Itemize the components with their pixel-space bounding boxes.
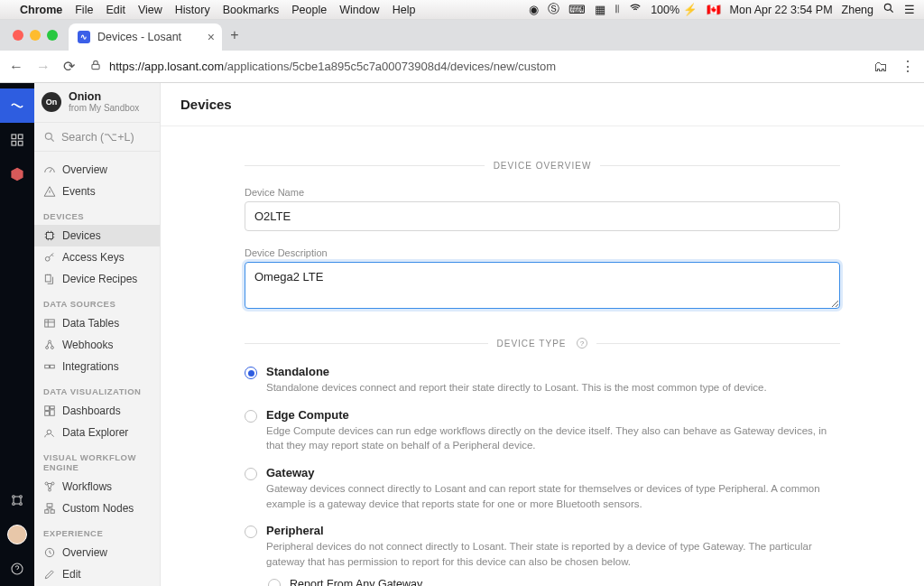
menubar-file[interactable]: File	[75, 4, 93, 16]
sidebar-item-events[interactable]: Events	[34, 181, 160, 202]
radio-title: Gateway	[266, 466, 840, 479]
sidebar-item-custom-nodes[interactable]: Custom Nodes	[34, 498, 160, 519]
sidebar-search[interactable]: Search (⌥+L)	[34, 123, 160, 152]
menubar-app-name[interactable]: Chrome	[20, 4, 62, 16]
radio-icon[interactable]	[268, 579, 281, 586]
peripheral-any-gateway[interactable]: Report From Any Gateway	[268, 577, 840, 586]
menubar-bookmarks[interactable]: Bookmarks	[223, 4, 280, 16]
sidebar-item-data-explorer[interactable]: Data Explorer	[34, 422, 160, 443]
svg-rect-30	[45, 510, 49, 514]
status-datetime[interactable]: Mon Apr 22 3:54 PM	[730, 4, 833, 16]
browser-tab[interactable]: ∿ Devices - Losant ×	[69, 23, 222, 51]
status-play-icon[interactable]: ◉	[529, 3, 539, 16]
rail-logo[interactable]	[0, 88, 34, 123]
rail-avatar[interactable]	[0, 517, 34, 552]
section-datasources-label: DATA SOURCES	[34, 290, 160, 312]
tab-close-icon[interactable]: ×	[208, 30, 215, 44]
sidebar-item-exp-edit[interactable]: Edit	[34, 563, 160, 585]
status-skype-icon[interactable]: Ⓢ	[548, 2, 559, 17]
sidebar-item-devices[interactable]: Devices	[34, 225, 160, 246]
sidebar-item-webhooks[interactable]: Webhooks	[34, 334, 160, 356]
notification-center-icon[interactable]: ☰	[904, 3, 915, 16]
chrome-menu-icon[interactable]: ⋮	[901, 58, 915, 75]
status-bars-icon[interactable]: ⫴	[614, 3, 620, 16]
menubar-history[interactable]: History	[175, 4, 210, 16]
sidebar-item-label: Custom Nodes	[62, 502, 134, 515]
nav-reload-icon[interactable]: ⟳	[63, 58, 75, 75]
section-label: DEVICE OVERVIEW	[494, 161, 592, 171]
sidebar-item-label: Events	[62, 185, 96, 198]
device-name-input[interactable]	[245, 201, 840, 231]
type-edge[interactable]: Edge Compute Edge Compute devices can ru…	[245, 408, 840, 453]
svg-rect-12	[47, 233, 53, 239]
org-switcher[interactable]: On Onion from My Sandbox	[34, 83, 160, 123]
rail-cube-icon[interactable]	[0, 157, 34, 191]
status-battery[interactable]: 100% ⚡	[651, 3, 697, 16]
sidebar-item-device-recipes[interactable]: Device Recipes	[34, 268, 160, 290]
radio-icon[interactable]	[245, 410, 257, 423]
window-close-icon[interactable]	[13, 30, 23, 41]
new-tab-button[interactable]: +	[222, 27, 247, 43]
spotlight-icon[interactable]	[882, 2, 895, 17]
sidebar-item-workflows[interactable]: Workflows	[34, 476, 160, 498]
address-url: https://app.losant.com/applications/5cbe…	[109, 60, 556, 73]
radio-icon[interactable]	[245, 367, 257, 379]
sidebar-item-label: Integrations	[62, 360, 119, 373]
section-label: DEVICE TYPE	[497, 339, 567, 349]
menubar-window[interactable]: Window	[339, 4, 379, 16]
window-minimize-icon[interactable]	[30, 30, 41, 41]
sidebar-item-label: Overview	[62, 163, 107, 176]
org-subtitle: from My Sandbox	[69, 103, 139, 113]
svg-point-6	[13, 496, 15, 498]
window-controls[interactable]	[7, 30, 63, 41]
extension-icon[interactable]: 🗂	[873, 59, 888, 75]
radio-desc: Peripheral devices do not connect direct…	[266, 539, 840, 569]
type-peripheral[interactable]: Peripheral Peripheral devices do not con…	[245, 524, 840, 569]
sidebar-item-data-tables[interactable]: Data Tables	[34, 312, 160, 334]
sidebar-item-overview[interactable]: Overview	[34, 159, 160, 181]
main-pane: Devices DEVICE OVERVIEW Device Name Devi…	[161, 83, 924, 586]
radio-icon[interactable]	[245, 526, 257, 538]
sidebar-item-exp-overview[interactable]: Overview	[34, 542, 160, 563]
sidebar-item-label: Edit	[62, 568, 81, 581]
status-grid-icon[interactable]: ▦	[595, 3, 605, 16]
nav-back-icon[interactable]: ←	[9, 59, 23, 75]
side-panel: On Onion from My Sandbox Search (⌥+L) Ov…	[34, 83, 161, 586]
sidebar-item-dashboards[interactable]: Dashboards	[34, 400, 160, 422]
type-standalone[interactable]: Standalone Standalone devices connect an…	[245, 365, 840, 395]
svg-point-8	[13, 503, 15, 506]
svg-rect-21	[45, 406, 50, 411]
mac-menubar: Chrome File Edit View History Bookmarks …	[0, 0, 924, 20]
status-user[interactable]: Zheng	[842, 4, 873, 16]
window-maximize-icon[interactable]	[47, 30, 58, 41]
help-icon[interactable]: ?	[577, 338, 587, 349]
rail-graph-icon[interactable]	[0, 483, 34, 517]
menubar-view[interactable]: View	[138, 4, 162, 16]
recipe-icon	[43, 273, 56, 285]
dashboard-icon	[43, 405, 56, 417]
menubar-edit[interactable]: Edit	[106, 4, 125, 16]
type-gateway[interactable]: Gateway Gateway devices connect directly…	[245, 466, 840, 511]
sidebar-item-integrations[interactable]: Integrations	[34, 356, 160, 377]
rail-help-icon[interactable]	[0, 552, 34, 586]
address-bar[interactable]: https://app.losant.com/applications/5cbe…	[84, 59, 864, 74]
app-root: On Onion from My Sandbox Search (⌥+L) Ov…	[0, 83, 924, 586]
device-desc-input[interactable]	[245, 262, 840, 309]
section-dataviz-label: DATA VISUALIZATION	[34, 377, 160, 400]
svg-rect-15	[45, 320, 55, 327]
status-wifi-icon[interactable]	[629, 2, 642, 17]
radio-icon[interactable]	[245, 468, 257, 480]
status-flag[interactable]: 🇨🇦	[707, 3, 721, 16]
menubar-people[interactable]: People	[291, 4, 327, 16]
svg-point-16	[46, 346, 49, 349]
svg-point-17	[51, 346, 53, 349]
radio-title: Standalone	[266, 365, 840, 378]
rail-dashboard-icon[interactable]	[0, 123, 34, 157]
svg-rect-22	[51, 406, 55, 409]
svg-point-25	[47, 430, 51, 434]
lock-icon	[89, 59, 102, 74]
sidebar-item-access-keys[interactable]: Access Keys	[34, 246, 160, 268]
sidebar-item-label: Data Tables	[62, 317, 119, 330]
menubar-help[interactable]: Help	[393, 4, 416, 16]
status-keyboard-icon[interactable]: ⌨	[568, 3, 586, 16]
